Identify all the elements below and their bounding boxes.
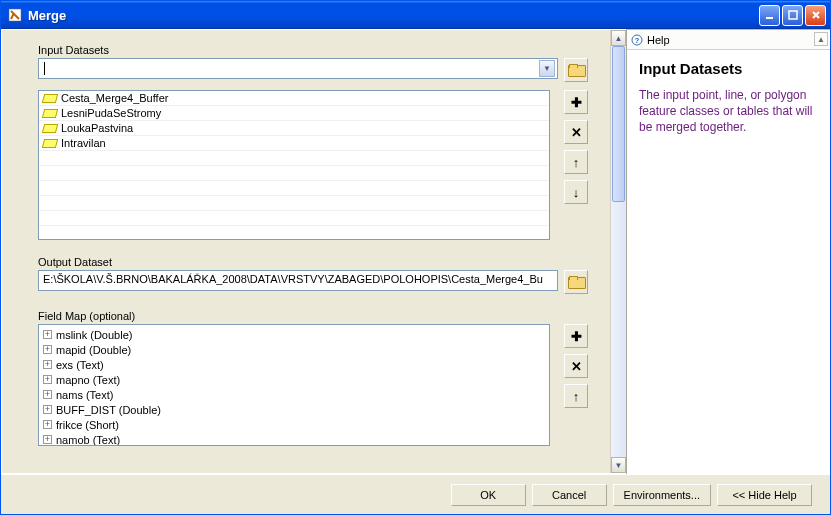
hide-help-button[interactable]: << Hide Help (717, 484, 812, 506)
list-item[interactable]: Intravilan (39, 136, 549, 151)
scroll-track[interactable] (611, 46, 626, 457)
polygon-layer-icon (42, 109, 58, 118)
polygon-layer-icon (42, 124, 58, 133)
dialog-button-row: OK Cancel Environments... << Hide Help (1, 474, 830, 514)
list-item[interactable]: Cesta_Merge4_Buffer (39, 91, 549, 106)
help-icon: ? (631, 34, 643, 46)
list-item (39, 226, 549, 240)
browse-output-button[interactable] (564, 270, 588, 294)
expand-icon[interactable]: + (43, 390, 52, 399)
list-item (39, 181, 549, 196)
remove-item-button[interactable]: ✕ (564, 120, 588, 144)
tree-item[interactable]: +BUFF_DIST (Double) (41, 402, 547, 417)
tree-item[interactable]: +mapno (Text) (41, 372, 547, 387)
dropdown-arrow-icon[interactable]: ▼ (539, 60, 555, 77)
list-item[interactable]: LoukaPastvina (39, 121, 549, 136)
polygon-layer-icon (42, 139, 58, 148)
vertical-scrollbar[interactable]: ▲ ▼ (610, 30, 626, 473)
maximize-button[interactable] (782, 5, 803, 26)
expand-icon[interactable]: + (43, 405, 52, 414)
expand-icon[interactable]: + (43, 330, 52, 339)
ok-button[interactable]: OK (451, 484, 526, 506)
tree-item[interactable]: +mapid (Double) (41, 342, 547, 357)
help-scroll-up-icon[interactable]: ▲ (814, 32, 828, 46)
help-title: Input Datasets (639, 60, 818, 77)
tree-item[interactable]: +nams (Text) (41, 387, 547, 402)
folder-icon (568, 276, 584, 289)
plus-icon: ✚ (571, 329, 582, 344)
list-item (39, 196, 549, 211)
environments-button[interactable]: Environments... (613, 484, 711, 506)
tree-item[interactable]: +exs (Text) (41, 357, 547, 372)
help-pane: ? Help ▲ Input Datasets The input point,… (626, 29, 830, 474)
input-datasets-combo[interactable]: ▼ (38, 58, 558, 79)
parameters-pane: Input Datasets ▼ Cesta_Merge4_Buffer (1, 29, 626, 474)
output-dataset-input[interactable]: E:\ŠKOLA\V.Š.BRNO\BAKALÁŘKA_2008\DATA\VR… (38, 270, 558, 291)
expand-icon[interactable]: + (43, 375, 52, 384)
arrow-up-icon: ↑ (573, 155, 580, 170)
scroll-thumb[interactable] (612, 46, 625, 202)
app-icon (7, 7, 23, 23)
text-caret (44, 62, 45, 75)
list-item[interactable]: LesniPudaSeStromy (39, 106, 549, 121)
arrow-up-icon: ↑ (573, 389, 580, 404)
move-down-button[interactable]: ↓ (564, 180, 588, 204)
add-field-button[interactable]: ✚ (564, 324, 588, 348)
browse-input-button[interactable] (564, 58, 588, 82)
x-icon: ✕ (571, 359, 582, 374)
folder-icon (568, 64, 584, 77)
help-header-label: Help (647, 34, 670, 46)
expand-icon[interactable]: + (43, 360, 52, 369)
tree-item[interactable]: +namob (Text) (41, 432, 547, 446)
scroll-up-button[interactable]: ▲ (611, 30, 626, 46)
list-item (39, 166, 549, 181)
expand-icon[interactable]: + (43, 420, 52, 429)
svg-rect-2 (789, 11, 797, 19)
x-icon: ✕ (571, 125, 582, 140)
add-item-button[interactable]: ✚ (564, 90, 588, 114)
scroll-down-button[interactable]: ▼ (611, 457, 626, 473)
remove-field-button[interactable]: ✕ (564, 354, 588, 378)
move-field-up-button[interactable]: ↑ (564, 384, 588, 408)
help-header: ? Help ▲ (627, 30, 830, 50)
close-button[interactable] (805, 5, 826, 26)
tree-item[interactable]: +frikce (Short) (41, 417, 547, 432)
minimize-button[interactable] (759, 5, 780, 26)
output-dataset-label: Output Dataset (38, 256, 588, 268)
expand-icon[interactable]: + (43, 435, 52, 444)
move-up-button[interactable]: ↑ (564, 150, 588, 174)
titlebar[interactable]: Merge (1, 1, 830, 29)
input-datasets-list[interactable]: Cesta_Merge4_Buffer LesniPudaSeStromy Lo… (38, 90, 550, 240)
svg-text:?: ? (635, 36, 640, 45)
expand-icon[interactable]: + (43, 345, 52, 354)
arrow-down-icon: ↓ (573, 185, 580, 200)
list-item (39, 211, 549, 226)
tree-item[interactable]: +mslink (Double) (41, 327, 547, 342)
plus-icon: ✚ (571, 95, 582, 110)
field-map-tree[interactable]: +mslink (Double) +mapid (Double) +exs (T… (38, 324, 550, 446)
cancel-button[interactable]: Cancel (532, 484, 607, 506)
svg-rect-1 (766, 17, 773, 19)
input-datasets-label: Input Datasets (38, 44, 588, 56)
window-title: Merge (28, 8, 759, 23)
field-map-label: Field Map (optional) (38, 310, 588, 322)
polygon-layer-icon (42, 94, 58, 103)
list-item (39, 151, 549, 166)
help-text: The input point, line, or polygon featur… (639, 87, 818, 136)
merge-dialog-window: Merge Input Datasets ▼ (0, 0, 831, 515)
